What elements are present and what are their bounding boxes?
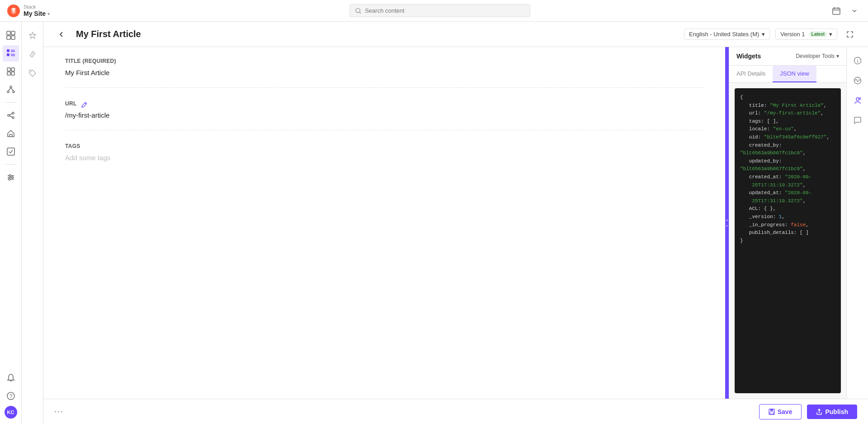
- rail-activity-icon[interactable]: [849, 72, 866, 89]
- version-arrow: ▾: [829, 31, 832, 38]
- right-panel-header: Widgets Developer Tools ▾: [729, 47, 846, 66]
- sidebar-item-dashboard[interactable]: [3, 27, 19, 43]
- url-value[interactable]: /my-first-article: [65, 111, 703, 119]
- user-avatar[interactable]: KC: [5, 406, 17, 419]
- save-button[interactable]: Save: [759, 404, 802, 419]
- svg-rect-52: [770, 409, 773, 411]
- json-line-locale: locale: "en-us",: [740, 125, 835, 133]
- publish-button[interactable]: Publish: [807, 405, 857, 419]
- content-header: My First Article English - United States…: [43, 22, 868, 47]
- tab-json-view[interactable]: JSON view: [773, 66, 816, 82]
- locale-label: English - United States (M): [689, 31, 759, 38]
- topbar-right-icons: [830, 5, 861, 17]
- calendar-icon[interactable]: [830, 5, 843, 17]
- sidebar-item-schema[interactable]: [3, 81, 19, 98]
- version-selector[interactable]: Version 1 Latest ▾: [775, 29, 837, 40]
- right-panel: Widgets Developer Tools ▾ API Details JS…: [729, 47, 846, 399]
- svg-line-29: [9, 114, 12, 115]
- sidebar-divider-1: [5, 102, 16, 103]
- form-panel-row: Title (Required) My First Article URL: [43, 47, 868, 399]
- secondary-sidebar: [22, 22, 43, 424]
- more-options-button[interactable]: ···: [54, 407, 64, 416]
- tab-api-details[interactable]: API Details: [729, 66, 773, 82]
- title-value[interactable]: My First Article: [65, 69, 703, 76]
- sec-star-icon[interactable]: [24, 27, 41, 43]
- svg-line-30: [9, 116, 12, 117]
- topbar-dropdown-icon[interactable]: [848, 5, 861, 17]
- svg-point-40: [9, 178, 10, 180]
- brand-site-label: My Site: [24, 10, 46, 17]
- svg-rect-10: [11, 36, 15, 39]
- locale-arrow: ▾: [762, 31, 765, 38]
- sidebar-item-assets[interactable]: [3, 63, 19, 80]
- brand-stack-label: Stack: [24, 4, 50, 10]
- search-icon: [355, 8, 361, 14]
- form-area: Title (Required) My First Article URL: [43, 47, 725, 399]
- svg-line-2: [359, 12, 361, 13]
- expand-button[interactable]: [843, 27, 857, 42]
- topbar: Stack My Site ▾: [0, 0, 868, 22]
- logo: Stack My Site ▾: [7, 4, 50, 17]
- svg-point-28: [12, 117, 14, 119]
- sidebar-item-publish[interactable]: [3, 107, 19, 124]
- url-edit-icon[interactable]: [80, 101, 88, 110]
- rail-users-icon[interactable]: [849, 92, 866, 109]
- json-line-url: url: "/my-first-article",: [740, 110, 835, 118]
- json-line-publish-details: publish_details: [ ]: [740, 229, 835, 237]
- json-line-in-progress: _in_progress: false,: [740, 221, 835, 229]
- rail-comments-icon[interactable]: [849, 112, 866, 129]
- search-box[interactable]: [349, 4, 530, 17]
- dev-tools-label: Developer Tools: [796, 53, 835, 59]
- json-line-uid: uid: "bltef345af6c0eff927",: [740, 133, 835, 142]
- json-line-tags: tags: [ ],: [740, 118, 835, 126]
- svg-rect-34: [7, 148, 14, 155]
- brand-info[interactable]: Stack My Site ▾: [24, 4, 50, 17]
- json-line-updated-at: updated_at: "2020-09- 25T17:31:19.3272",: [740, 189, 835, 205]
- stack-logo-icon: [7, 5, 20, 17]
- back-button[interactable]: [54, 27, 69, 42]
- svg-point-50: [859, 98, 861, 100]
- search-area: [57, 4, 823, 17]
- publish-label: Publish: [825, 408, 848, 415]
- svg-rect-3: [833, 8, 840, 14]
- json-line-created-by: created_by: "blt6563a9b067fc1bc9",: [740, 142, 835, 157]
- locale-selector[interactable]: English - United States (M) ▾: [684, 29, 770, 40]
- tags-placeholder[interactable]: Add some tags: [65, 154, 703, 162]
- dev-tools-arrow: ▾: [836, 53, 839, 59]
- svg-rect-18: [11, 68, 14, 71]
- sidebar-item-content[interactable]: [3, 45, 19, 62]
- rail-info-icon[interactable]: [849, 52, 866, 69]
- svg-rect-9: [7, 36, 10, 39]
- svg-rect-8: [11, 31, 15, 35]
- tags-field: Tags Add some tags: [65, 143, 703, 172]
- page-title: My First Article: [76, 29, 677, 39]
- splitter-handle[interactable]: [725, 214, 729, 232]
- svg-rect-11: [7, 49, 9, 52]
- sidebar-item-release[interactable]: [3, 125, 19, 142]
- svg-line-25: [11, 88, 14, 91]
- sec-link-icon[interactable]: [24, 46, 41, 62]
- right-rail: [846, 47, 868, 399]
- save-icon: [769, 409, 775, 415]
- title-field: Title (Required) My First Article: [65, 58, 703, 88]
- url-field: URL /my-first-article: [65, 100, 703, 130]
- sidebar-item-tasks[interactable]: [3, 143, 19, 160]
- json-close-brace: }: [740, 237, 835, 245]
- panel-tabs: API Details JSON view: [729, 66, 846, 83]
- sidebar-item-settings[interactable]: [3, 169, 19, 186]
- dev-tools-button[interactable]: Developer Tools ▾: [796, 53, 839, 59]
- search-input[interactable]: [365, 7, 524, 14]
- url-label: URL: [65, 100, 77, 107]
- svg-rect-7: [7, 31, 10, 35]
- sec-tag-icon[interactable]: [24, 65, 41, 81]
- svg-text:?: ?: [9, 393, 12, 400]
- notification-icon[interactable]: [3, 370, 19, 386]
- svg-point-38: [9, 175, 11, 176]
- json-view: { title: "My First Article", url: "/my-f…: [735, 88, 841, 393]
- svg-point-49: [856, 98, 859, 100]
- publish-icon: [816, 409, 822, 415]
- version-badge: Latest: [809, 31, 827, 37]
- panel-splitter[interactable]: [725, 47, 729, 399]
- help-icon[interactable]: ?: [3, 388, 19, 404]
- svg-point-21: [10, 86, 12, 88]
